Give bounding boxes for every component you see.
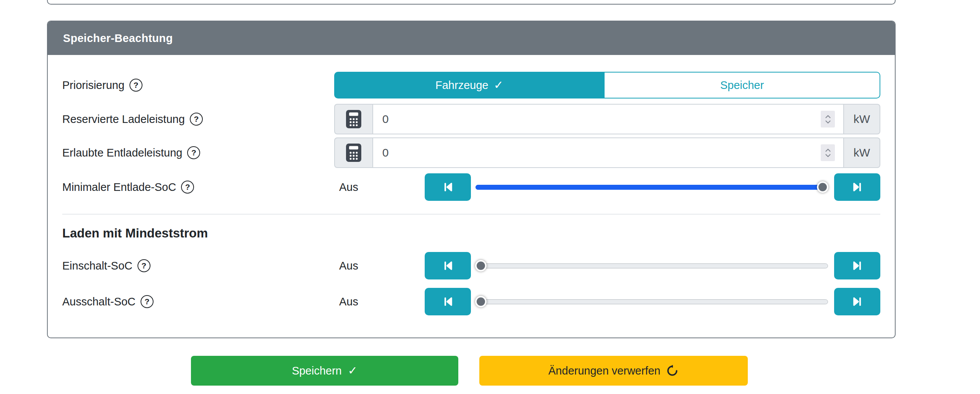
- number-spinner[interactable]: [821, 111, 835, 128]
- toggle-option-speicher[interactable]: Speicher: [605, 72, 880, 98]
- minimaler-entlade-soc-value: Aus: [334, 181, 425, 194]
- ausschalt-soc-label: Ausschalt-SoC: [62, 296, 136, 308]
- speicher-beachtung-card: Speicher-Beachtung Priorisierung ? Fahrz…: [47, 21, 896, 338]
- slider-min-button[interactable]: [425, 173, 471, 201]
- number-spinner[interactable]: [821, 144, 835, 161]
- minimaler-entlade-soc-slider[interactable]: [475, 179, 828, 195]
- card-body: Priorisierung ? Fahrzeuge ✓ Speicher: [48, 72, 895, 317]
- skip-end-icon: [850, 180, 865, 194]
- form-actions: Speichern ✓ Änderungen verwerfen: [191, 356, 748, 386]
- skip-start-icon: [441, 258, 455, 273]
- skip-start-icon: [441, 294, 455, 309]
- help-icon[interactable]: ?: [141, 295, 154, 308]
- reservierte-ladeleistung-input[interactable]: [373, 105, 843, 134]
- undo-icon: [666, 365, 679, 377]
- einschalt-soc-value: Aus: [334, 260, 425, 272]
- slider-track[interactable]: [475, 299, 828, 304]
- settings-page: Speicher-Beachtung Priorisierung ? Fahrz…: [0, 0, 980, 394]
- help-icon[interactable]: ?: [187, 146, 200, 159]
- calculator-addon: [334, 137, 372, 168]
- unit-addon: kW: [844, 137, 880, 168]
- skip-end-icon: [850, 294, 865, 309]
- reservierte-ladeleistung-label: Reservierte Ladeleistung: [62, 113, 185, 126]
- unit-label: kW: [854, 146, 870, 159]
- skip-start-icon: [441, 180, 455, 194]
- erlaubte-entladeleistung-label: Erlaubte Entladeleistung: [62, 147, 182, 159]
- erlaubte-entladeleistung-input[interactable]: [373, 138, 843, 167]
- help-icon[interactable]: ?: [190, 113, 203, 126]
- slider-thumb[interactable]: [475, 260, 487, 271]
- slider-max-button[interactable]: [834, 252, 880, 279]
- einschalt-soc-row: Einschalt-SoC ? Aus: [62, 250, 880, 281]
- einschalt-soc-label: Einschalt-SoC: [62, 260, 133, 272]
- ausschalt-soc-value: Aus: [334, 296, 425, 308]
- card-header: Speicher-Beachtung: [48, 21, 895, 55]
- minimaler-entlade-soc-row: Minimaler Entlade-SoC ? Aus: [62, 172, 880, 202]
- ausschalt-soc-row: Ausschalt-SoC ? Aus: [62, 286, 880, 317]
- discard-changes-button[interactable]: Änderungen verwerfen: [479, 356, 748, 386]
- card-title: Speicher-Beachtung: [63, 32, 173, 45]
- slider-track[interactable]: [475, 263, 828, 268]
- previous-card-bottom-edge: [47, 0, 896, 5]
- spinner-down-icon: [824, 120, 832, 124]
- einschalt-soc-slider[interactable]: [475, 257, 828, 274]
- slider-max-button[interactable]: [834, 173, 880, 201]
- unit-addon: kW: [844, 104, 880, 134]
- priorisierung-label: Priorisierung: [62, 79, 125, 92]
- calculator-icon: [345, 109, 362, 129]
- slider-track[interactable]: [475, 185, 828, 190]
- check-icon: ✓: [494, 79, 503, 91]
- slider-min-button[interactable]: [425, 252, 471, 279]
- spinner-up-icon: [824, 148, 832, 152]
- calculator-addon: [334, 104, 372, 134]
- erlaubte-entladeleistung-row: Erlaubte Entladeleistung ?: [62, 137, 880, 168]
- check-icon: ✓: [348, 365, 357, 376]
- help-icon[interactable]: ?: [181, 181, 194, 194]
- calculator-icon: [345, 143, 362, 163]
- spinner-up-icon: [824, 115, 832, 119]
- save-button[interactable]: Speichern ✓: [191, 356, 458, 386]
- spinner-down-icon: [824, 153, 832, 158]
- slider-max-button[interactable]: [834, 288, 880, 315]
- section-heading: Laden mit Mindeststrom: [62, 226, 880, 241]
- slider-thumb[interactable]: [817, 181, 828, 193]
- priorisierung-label-group: Priorisierung ?: [62, 79, 334, 92]
- toggle-option-fahrzeuge[interactable]: Fahrzeuge ✓: [334, 72, 605, 98]
- section-divider: [62, 214, 880, 215]
- help-icon[interactable]: ?: [137, 259, 150, 272]
- slider-fill: [475, 185, 828, 190]
- slider-min-button[interactable]: [425, 288, 471, 315]
- unit-label: kW: [854, 113, 870, 126]
- priorisierung-row: Priorisierung ? Fahrzeuge ✓ Speicher: [62, 72, 880, 98]
- ausschalt-soc-slider[interactable]: [475, 293, 828, 310]
- help-icon[interactable]: ?: [129, 79, 142, 92]
- minimaler-entlade-soc-label: Minimaler Entlade-SoC: [62, 181, 176, 194]
- skip-end-icon: [850, 258, 865, 273]
- reservierte-ladeleistung-row: Reservierte Ladeleistung ?: [62, 104, 880, 134]
- priorisierung-toggle: Fahrzeuge ✓ Speicher: [334, 72, 880, 98]
- slider-thumb[interactable]: [475, 296, 487, 307]
